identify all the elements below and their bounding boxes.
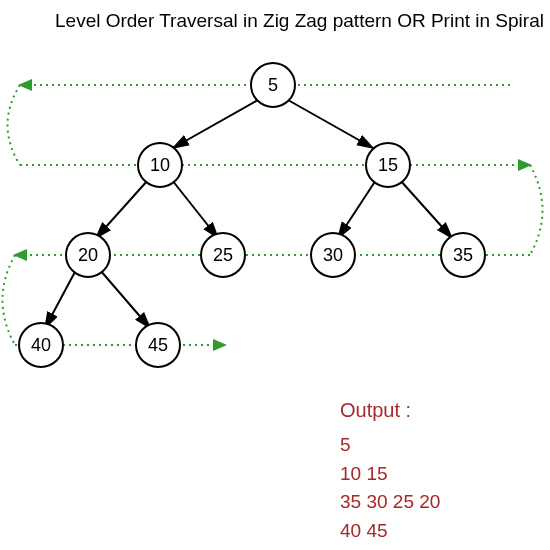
svg-line-7 — [100, 270, 150, 328]
svg-line-1 — [288, 100, 373, 148]
tree-node: 35 — [440, 232, 486, 278]
tree-node: 30 — [310, 232, 356, 278]
tree-node: 20 — [65, 232, 111, 278]
svg-line-2 — [96, 180, 148, 238]
tree-node: 10 — [137, 142, 183, 188]
tree-node: 15 — [365, 142, 411, 188]
svg-line-0 — [173, 100, 258, 148]
tree-node: 40 — [18, 322, 64, 368]
svg-line-5 — [400, 180, 452, 238]
svg-line-3 — [172, 180, 218, 238]
svg-line-4 — [338, 180, 376, 238]
tree-node: 25 — [200, 232, 246, 278]
tree-node: 45 — [135, 322, 181, 368]
svg-line-6 — [45, 270, 76, 328]
tree-node-root: 5 — [250, 62, 296, 108]
